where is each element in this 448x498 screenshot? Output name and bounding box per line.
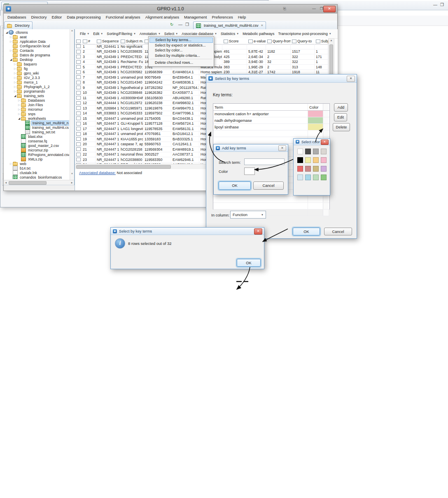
menu-management[interactable]: Management: [182, 14, 209, 20]
color-swatch[interactable]: [321, 166, 327, 172]
column-checkbox[interactable]: [292, 40, 296, 43]
cancel-button[interactable]: Cancel: [324, 228, 352, 235]
keyterm-row[interactable]: monovalent cation h+ antiporter: [213, 111, 329, 117]
edit-button[interactable]: Edit: [334, 113, 347, 121]
tree-item-training-set-multihit-n[interactable]: training_set_multiHit_n: [4, 121, 69, 125]
column-checkbox[interactable]: [316, 40, 320, 43]
color-swatch[interactable]: [305, 166, 311, 172]
message-dialog-titlebar[interactable]: ✱ Select by key terms: [111, 228, 264, 235]
row-checkbox[interactable]: [75, 142, 82, 147]
menu-item-delete-checked-rows[interactable]: Delete checked rows...: [149, 60, 213, 65]
main-titlebar[interactable]: ✱ GPRO v1.1.0 ⎘ — ❐ ✕: [4, 5, 337, 14]
keyterm-color-swatch[interactable]: [308, 111, 323, 117]
row-checkbox[interactable]: [75, 116, 82, 121]
close-icon[interactable]: ✕: [254, 228, 262, 235]
tree-item-databases[interactable]: ▷Databases: [4, 98, 69, 102]
refresh-icon[interactable]: ↻: [170, 23, 173, 27]
toolbar-statistics[interactable]: Statistics▼: [221, 32, 239, 36]
tree-item-aeat[interactable]: ▷aeat: [4, 35, 69, 39]
menu-alignment-analyses[interactable]: Alignment analyses: [143, 14, 182, 20]
column-checkbox[interactable]: [248, 40, 253, 43]
expand-icon[interactable]: ▷: [13, 63, 17, 66]
tree-item-training-set-txt[interactable]: training_set.txt: [4, 130, 69, 134]
tree-item-application-data[interactable]: ▷Application Data: [4, 39, 69, 44]
row-checkbox[interactable]: [75, 106, 82, 111]
toolbar-associate-database[interactable]: Associate database▼: [182, 32, 217, 36]
column-query-from[interactable]: Query-from: [266, 38, 291, 44]
tree-item-join-files[interactable]: ▷Join Files: [4, 102, 69, 107]
color-swatch[interactable]: [297, 157, 303, 163]
tree-item-porgramando[interactable]: ▷porgramando: [4, 89, 69, 93]
color-swatch[interactable]: [313, 157, 319, 163]
row-checkbox[interactable]: [75, 95, 82, 100]
row-checkbox[interactable]: [75, 132, 82, 137]
column-sequence[interactable]: Sequence: [96, 38, 119, 44]
add-dialog-titlebar[interactable]: ✱ Add key terms: [214, 144, 288, 152]
view-minimize-icon[interactable]: —: [433, 3, 437, 7]
expand-icon[interactable]: ▷: [17, 103, 21, 107]
row-checkbox[interactable]: [75, 44, 82, 49]
tree-vertical-scrollbar[interactable]: ▲▼: [70, 29, 74, 180]
expand-icon[interactable]: ▷: [9, 40, 13, 43]
view-maximize-icon[interactable]: ❐: [440, 3, 444, 7]
menu-databases[interactable]: Databases: [5, 14, 28, 20]
cancel-button[interactable]: Cancel: [253, 182, 284, 190]
color-swatch[interactable]: [297, 175, 303, 180]
tree-item-blast-xlsx[interactable]: blast.xlsx: [4, 134, 69, 139]
column-checkbox[interactable]: [224, 40, 228, 43]
close-icon[interactable]: ✕: [347, 76, 355, 82]
column-e-value[interactable]: e-value: [247, 38, 266, 44]
collapse-icon[interactable]: ◢: [5, 31, 9, 34]
expand-icon[interactable]: ▷: [17, 108, 21, 111]
row-checkbox[interactable]: [75, 91, 82, 95]
row-checkbox[interactable]: [75, 121, 82, 126]
column-term[interactable]: Term: [213, 104, 308, 110]
tree-horizontal-scrollbar[interactable]: ◄ ►: [4, 180, 74, 185]
row-checkbox[interactable]: [75, 75, 82, 80]
color-swatch[interactable]: [305, 175, 311, 180]
color-swatch[interactable]: [313, 166, 319, 172]
column-checkbox[interactable]: [83, 40, 87, 43]
keyterms-titlebar[interactable]: ✱ Select by key terms: [206, 74, 357, 83]
tree-item-contacts[interactable]: ▷Contacts: [4, 48, 69, 53]
column-checkbox[interactable]: [267, 40, 272, 43]
tree-item-desktop[interactable]: ◢Desktop: [4, 57, 69, 62]
row-checkbox[interactable]: [75, 49, 82, 54]
row-checkbox[interactable]: [75, 85, 82, 90]
color-swatch[interactable]: [321, 157, 327, 163]
tree-item-baquero[interactable]: ▷baquero: [4, 62, 69, 66]
tree-item-web[interactable]: ▷web: [4, 161, 69, 166]
collapse-icon[interactable]: ◢: [13, 94, 17, 98]
expand-icon[interactable]: ▷: [17, 99, 21, 102]
expand-icon[interactable]: ▷: [9, 162, 13, 165]
collapse-icon[interactable]: ◢: [9, 58, 13, 61]
row-checkbox[interactable]: [75, 54, 82, 59]
toolbar-transcriptome-post-processing[interactable]: Transcriptome post-processing▼: [278, 32, 331, 36]
tree-item-merce-1[interactable]: ▷merce_1: [4, 80, 69, 84]
toolbar-edit[interactable]: Edit▼: [93, 32, 103, 36]
tab-close-icon[interactable]: ✕: [261, 24, 264, 27]
tree-item-good-master-2-csv[interactable]: good_master_2.csv: [4, 143, 69, 148]
tree-item-gpro-wiki[interactable]: ▷gpro_wiki: [4, 71, 69, 75]
tree-item-datos-de-programa[interactable]: Datos de programa: [4, 53, 69, 57]
tab-training-csv[interactable]: training_set_multiHit_multiHit.csv ✕: [193, 21, 266, 29]
expand-icon[interactable]: ▷: [9, 49, 13, 52]
maximize-icon[interactable]: ❐: [320, 7, 323, 11]
row-checkbox[interactable]: [75, 65, 82, 70]
tree-item-cllorens[interactable]: ◢cllorens: [4, 30, 69, 35]
tree-item-comandos-bioinformaticos[interactable]: comandos_bioinformaticos: [4, 175, 69, 179]
ok-button[interactable]: OK: [219, 182, 251, 190]
tree-item-clustalx-lnk[interactable]: clustalx.lnk: [4, 170, 69, 175]
keyterm-row[interactable]: lipoyl sinthase: [213, 124, 329, 130]
tab-directory[interactable]: Directory: [4, 21, 33, 29]
column-blank[interactable]: #: [82, 38, 96, 44]
row-checkbox[interactable]: [75, 126, 82, 131]
menu-item-select-by-multiple-criteria[interactable]: Select by multiple criteria...: [149, 53, 213, 58]
row-checkbox[interactable]: [75, 137, 82, 142]
toolbar-annotation[interactable]: Annotation▼: [140, 32, 161, 36]
toolbar-metabolic-pathways[interactable]: Metabolic pathways: [243, 32, 274, 36]
expand-icon[interactable]: ▷: [17, 112, 21, 116]
minimize-icon[interactable]: —: [312, 7, 316, 11]
menu-item-select-by-expect-or-statistics[interactable]: Select by expect or statistics...: [149, 43, 213, 48]
close-icon[interactable]: ✕: [321, 140, 329, 145]
